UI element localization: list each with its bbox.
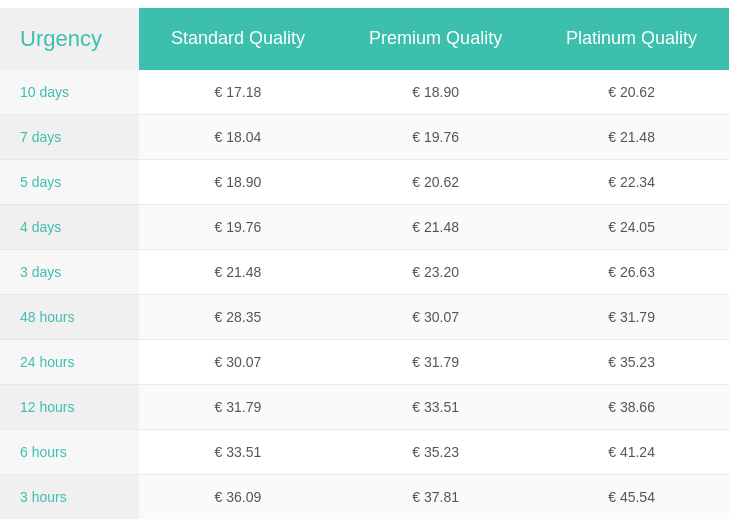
platinum-price-cell: € 21.48 (534, 114, 729, 159)
standard-price-cell: € 31.79 (139, 384, 337, 429)
table-row: 3 hours€ 36.09€ 37.81€ 45.54 (0, 474, 729, 519)
premium-price-cell: € 18.90 (337, 70, 534, 115)
table-row: 10 days€ 17.18€ 18.90€ 20.62 (0, 70, 729, 115)
urgency-cell: 3 hours (0, 474, 139, 519)
platinum-price-cell: € 31.79 (534, 294, 729, 339)
platinum-price-cell: € 45.54 (534, 474, 729, 519)
urgency-cell: 6 hours (0, 429, 139, 474)
urgency-cell: 24 hours (0, 339, 139, 384)
urgency-cell: 12 hours (0, 384, 139, 429)
standard-price-cell: € 18.90 (139, 159, 337, 204)
premium-price-cell: € 37.81 (337, 474, 534, 519)
urgency-cell: 48 hours (0, 294, 139, 339)
pricing-table: Urgency Standard Quality Premium Quality… (0, 8, 729, 519)
premium-price-cell: € 20.62 (337, 159, 534, 204)
urgency-cell: 10 days (0, 70, 139, 115)
platinum-price-cell: € 35.23 (534, 339, 729, 384)
standard-price-cell: € 33.51 (139, 429, 337, 474)
platinum-price-cell: € 24.05 (534, 204, 729, 249)
urgency-header: Urgency (0, 8, 139, 70)
urgency-cell: 7 days (0, 114, 139, 159)
platinum-price-cell: € 20.62 (534, 70, 729, 115)
standard-price-cell: € 30.07 (139, 339, 337, 384)
standard-price-cell: € 21.48 (139, 249, 337, 294)
table-row: 5 days€ 18.90€ 20.62€ 22.34 (0, 159, 729, 204)
urgency-cell: 5 days (0, 159, 139, 204)
standard-price-cell: € 19.76 (139, 204, 337, 249)
premium-price-cell: € 31.79 (337, 339, 534, 384)
urgency-cell: 3 days (0, 249, 139, 294)
premium-price-cell: € 30.07 (337, 294, 534, 339)
urgency-cell: 4 days (0, 204, 139, 249)
table-row: 12 hours€ 31.79€ 33.51€ 38.66 (0, 384, 729, 429)
platinum-header: Platinum Quality (534, 8, 729, 70)
premium-price-cell: € 33.51 (337, 384, 534, 429)
premium-header: Premium Quality (337, 8, 534, 70)
standard-price-cell: € 28.35 (139, 294, 337, 339)
premium-price-cell: € 23.20 (337, 249, 534, 294)
standard-header: Standard Quality (139, 8, 337, 70)
premium-price-cell: € 21.48 (337, 204, 534, 249)
standard-price-cell: € 17.18 (139, 70, 337, 115)
table-row: 3 days€ 21.48€ 23.20€ 26.63 (0, 249, 729, 294)
table-row: 48 hours€ 28.35€ 30.07€ 31.79 (0, 294, 729, 339)
table-row: 7 days€ 18.04€ 19.76€ 21.48 (0, 114, 729, 159)
table-row: 4 days€ 19.76€ 21.48€ 24.05 (0, 204, 729, 249)
platinum-price-cell: € 38.66 (534, 384, 729, 429)
platinum-price-cell: € 26.63 (534, 249, 729, 294)
table-row: 6 hours€ 33.51€ 35.23€ 41.24 (0, 429, 729, 474)
standard-price-cell: € 36.09 (139, 474, 337, 519)
platinum-price-cell: € 22.34 (534, 159, 729, 204)
premium-price-cell: € 35.23 (337, 429, 534, 474)
table-row: 24 hours€ 30.07€ 31.79€ 35.23 (0, 339, 729, 384)
standard-price-cell: € 18.04 (139, 114, 337, 159)
platinum-price-cell: € 41.24 (534, 429, 729, 474)
premium-price-cell: € 19.76 (337, 114, 534, 159)
